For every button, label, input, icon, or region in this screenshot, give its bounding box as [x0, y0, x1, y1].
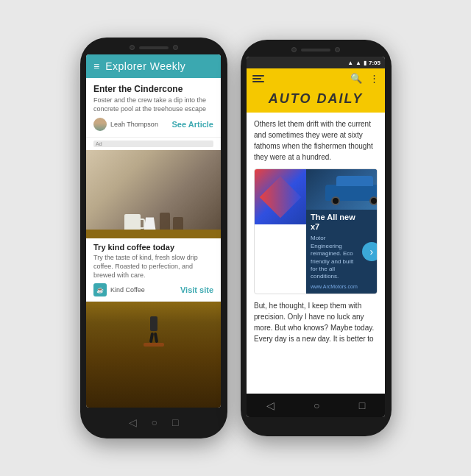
logo-line-3 — [252, 81, 264, 82]
phone-2: ▲ ▲ ▮ 7:05 🔍 ⋮ — [241, 40, 392, 436]
coffee-image — [86, 150, 221, 238]
phone1-bottom: ◁ ○ □ — [86, 413, 222, 431]
banner-headline: The All new x7 — [311, 213, 358, 232]
banner-url: www.ArcMotors.com — [311, 283, 358, 291]
app-explorer-weekly: ≡ Explorer Weekly Enter the Cindercone F… — [86, 54, 221, 408]
app2-nav: ◁ ○ □ — [247, 394, 385, 417]
home-button[interactable]: ○ — [152, 416, 157, 428]
coffee-meta: ☕ Kind Coffee Visit site — [93, 283, 213, 296]
logo-line-1 — [252, 75, 264, 77]
app2-header: 🔍 ⋮ — [247, 68, 385, 88]
phone2-camera — [291, 47, 297, 52]
signal-icon: ▲ — [355, 60, 361, 66]
brand-row: ☕ Kind Coffee — [93, 283, 145, 296]
phone2-camera2 — [335, 47, 340, 52]
visit-site-button[interactable]: Visit site — [180, 285, 213, 294]
skater-legs — [143, 333, 165, 343]
coffee-ad-card: Try kind coffee today Try the taste of k… — [86, 238, 221, 302]
car-wheel-left — [331, 196, 340, 205]
hamburger-icon[interactable]: ≡ — [93, 61, 99, 71]
car-shape — [325, 185, 378, 207]
article-meta: Leah Thompson See Article — [93, 118, 213, 131]
banner-logo-image — [255, 169, 306, 224]
app1-content: Enter the Cindercone Foster and the crew… — [86, 78, 221, 408]
brand-icon: ☕ — [96, 287, 104, 294]
brand-name: Kind Coffee — [110, 286, 145, 294]
coffee-items — [86, 150, 221, 238]
battery-icon: ▮ — [364, 60, 366, 66]
author-name: Leah Thompson — [110, 121, 158, 128]
leg-left — [149, 333, 153, 343]
phone1-camera — [130, 45, 135, 50]
article-text-2: But, he thought, I keep them with precis… — [254, 300, 378, 344]
skateboard — [144, 343, 164, 347]
recents-button[interactable]: □ — [172, 416, 178, 428]
banner-subtext: Motor Engineering reimagined. Eco friend… — [311, 235, 358, 280]
banner-cta-button[interactable]: › — [362, 242, 378, 261]
avatar-face — [93, 118, 107, 131]
author-row: Leah Thompson — [93, 118, 158, 131]
car-body — [325, 185, 378, 201]
phone2-screen: ▲ ▲ ▮ 7:05 🔍 ⋮ — [247, 57, 385, 417]
coffee-ad-description: Try the taste of kind, fresh slow drip c… — [93, 254, 213, 280]
banner-text-cta: The All new x7 Motor Engineering reimagi… — [306, 210, 378, 294]
phone2-bottom — [247, 423, 386, 429]
phone2-top — [247, 47, 386, 52]
skater-figure — [143, 316, 165, 353]
status-bar: ▲ ▲ ▮ 7:05 — [247, 57, 385, 68]
article-text-1: Others let them drift with the current a… — [254, 118, 378, 163]
recents-nav-icon[interactable]: □ — [359, 399, 365, 411]
phone1-top — [86, 45, 222, 50]
app2-content: Others let them drift with the current a… — [247, 113, 385, 394]
app2-title: AUTO DAILY — [252, 91, 379, 107]
brand-logo: ☕ — [93, 283, 107, 296]
logo-line-2 — [252, 78, 261, 79]
more-icon[interactable]: ⋮ — [369, 73, 379, 84]
skater-body — [150, 316, 157, 331]
phone1-camera2 — [173, 45, 178, 50]
leg-right — [153, 333, 157, 343]
phone-1: ≡ Explorer Weekly Enter the Cindercone F… — [80, 38, 227, 438]
back-button[interactable]: ◁ — [129, 416, 137, 428]
article-card: Enter the Cindercone Foster and the crew… — [86, 78, 221, 138]
see-article-button[interactable]: See Article — [172, 120, 213, 129]
article-description: Foster and the crew take a dip into the … — [93, 96, 213, 113]
author-avatar — [93, 118, 107, 131]
ad-tag: Ad — [93, 141, 213, 147]
phone1-screen: ≡ Explorer Weekly Enter the Cindercone F… — [86, 54, 221, 408]
scene: ≡ Explorer Weekly Enter the Cindercone F… — [65, 23, 406, 453]
banner-inner: Ad ✕ — [255, 169, 377, 294]
logo-lines — [252, 75, 264, 82]
wifi-icon: ▲ — [347, 60, 353, 66]
home-nav-icon[interactable]: ○ — [314, 399, 319, 411]
banner-ad: Ad ✕ — [254, 168, 378, 294]
back-nav-icon[interactable]: ◁ — [266, 399, 275, 411]
skate-image — [86, 302, 221, 408]
banner-right: Ad ✕ — [306, 169, 378, 294]
banner-text: The All new x7 Motor Engineering reimagi… — [311, 213, 358, 291]
header-icons: 🔍 ⋮ — [350, 73, 379, 84]
status-time: 7:05 — [369, 60, 380, 66]
article-title: Enter the Cindercone — [93, 84, 213, 94]
phone1-speaker — [139, 46, 169, 49]
app1-title: Explorer Weekly — [105, 60, 185, 72]
coffee-ad-title: Try kind coffee today — [93, 243, 213, 252]
app2-title-bar: AUTO DAILY — [247, 88, 385, 113]
car-top — [336, 176, 373, 186]
car-image — [306, 169, 378, 210]
app-auto-daily: ▲ ▲ ▮ 7:05 🔍 ⋮ — [247, 57, 385, 417]
phone2-speaker — [301, 49, 330, 51]
diamond-shape — [260, 176, 302, 218]
search-icon[interactable]: 🔍 — [350, 73, 362, 84]
wood-board — [86, 230, 221, 238]
app1-header: ≡ Explorer Weekly — [86, 54, 221, 78]
car-wheel-right — [369, 196, 378, 205]
